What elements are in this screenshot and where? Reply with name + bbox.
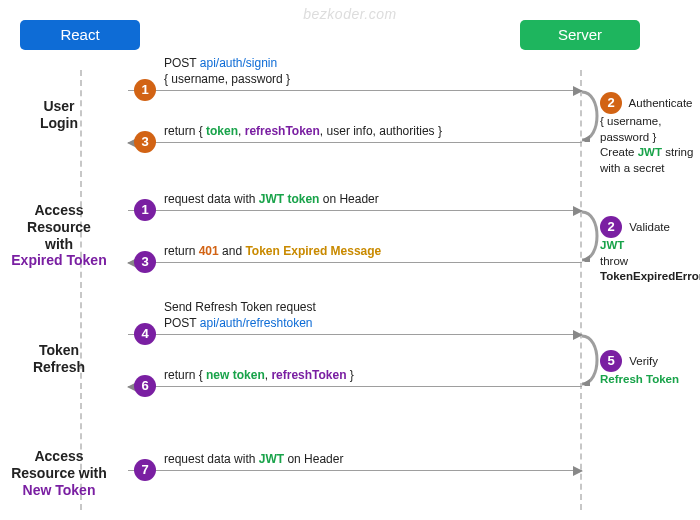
text: User xyxy=(43,98,74,114)
step-bubble: 3 xyxy=(134,251,156,273)
text: request data with xyxy=(164,192,259,206)
text: token xyxy=(206,124,238,138)
msg-signin-request: POST api/auth/signin { username, passwor… xyxy=(128,90,582,91)
text: refreshToken xyxy=(271,368,346,382)
text: Token xyxy=(39,342,79,358)
text: with xyxy=(45,236,73,252)
arrow-right-icon xyxy=(128,334,582,335)
step-bubble: 3 xyxy=(134,131,156,153)
arrow-right-icon xyxy=(128,470,582,471)
text: Resource with xyxy=(11,465,107,481)
text: } xyxy=(347,368,354,382)
section-new-token: Access Resource with New Token xyxy=(0,448,118,498)
msg-401-response: return 401 and Token Expired Message 3 xyxy=(128,262,582,263)
text: return xyxy=(164,244,199,258)
arrow-left-icon xyxy=(128,262,582,263)
msg-refresh-request: Send Refresh Token request POST api/auth… xyxy=(128,334,582,335)
lifeline-server-header: Server xyxy=(520,20,640,50)
text: POST xyxy=(164,56,200,70)
text: return { xyxy=(164,124,206,138)
text: return { xyxy=(164,368,206,382)
text: POST xyxy=(164,316,200,330)
text: JWT xyxy=(638,146,662,158)
text: api/auth/refreshtoken xyxy=(200,316,313,330)
text: Validate xyxy=(629,221,670,233)
step-bubble: 6 xyxy=(134,375,156,397)
text: JWT token xyxy=(259,192,320,206)
text: and xyxy=(219,244,246,258)
msg-label: return 401 and Token Expired Message xyxy=(164,243,381,259)
section-token-refresh: Token Refresh xyxy=(0,342,118,376)
text: throw xyxy=(600,255,628,267)
text: TokenExpiredError xyxy=(600,270,700,282)
text: { username, password } xyxy=(164,72,290,86)
step-bubble: 1 xyxy=(134,79,156,101)
text: JWT xyxy=(600,239,624,251)
msg-label: return { token, refreshToken, user info,… xyxy=(164,123,442,139)
text: Login xyxy=(40,115,78,131)
lifeline-client-header: React xyxy=(20,20,140,50)
text: Expired Token xyxy=(11,252,106,268)
msg-refresh-response: return { new token, refreshToken } 6 xyxy=(128,386,582,387)
text: Token Expired Message xyxy=(245,244,381,258)
text: Send Refresh Token request xyxy=(164,300,316,314)
arrow-right-icon xyxy=(128,210,582,211)
step-bubble: 4 xyxy=(134,323,156,345)
note-validate-jwt: 2 Validate JWT throw TokenExpiredError xyxy=(600,216,695,285)
text: New Token xyxy=(23,482,96,498)
text: refreshToken xyxy=(245,124,320,138)
text: Access xyxy=(34,448,83,464)
text: request data with xyxy=(164,452,259,466)
text: Refresh Token xyxy=(600,373,679,385)
lifeline-client-dash xyxy=(80,70,82,510)
text: JWT xyxy=(259,452,284,466)
msg-request-expired: request data with JWT token on Header 1 xyxy=(128,210,582,211)
lifeline-client: React xyxy=(20,20,140,50)
note-verify-refresh: 5 Verify Refresh Token xyxy=(600,350,695,388)
msg-label: POST api/auth/signin { username, passwor… xyxy=(164,55,290,87)
text: , xyxy=(238,124,245,138)
text: Access xyxy=(34,202,83,218)
step-bubble: 7 xyxy=(134,459,156,481)
text: on Header xyxy=(319,192,378,206)
msg-label: request data with JWT on Header xyxy=(164,451,343,467)
msg-label: request data with JWT token on Header xyxy=(164,191,379,207)
section-user-login: User Login xyxy=(0,98,118,132)
arrow-left-icon xyxy=(128,386,582,387)
text: Refresh xyxy=(33,359,85,375)
step-bubble: 5 xyxy=(600,350,622,372)
text: , user info, authorities } xyxy=(320,124,442,138)
text: Resource xyxy=(27,219,91,235)
note-authenticate: 2 Authenticate { username, password } Cr… xyxy=(600,92,695,176)
lifeline-server: Server xyxy=(520,20,640,50)
arrow-right-icon xyxy=(128,90,582,91)
text: new token xyxy=(206,368,265,382)
msg-label: return { new token, refreshToken } xyxy=(164,367,354,383)
text: 401 xyxy=(199,244,219,258)
text: api/auth/signin xyxy=(200,56,277,70)
arrow-left-icon xyxy=(128,142,582,143)
text: Verify xyxy=(629,355,658,367)
section-expired-token: Access Resource with Expired Token xyxy=(0,202,118,269)
msg-signin-response: return { token, refreshToken, user info,… xyxy=(128,142,582,143)
text: on Header xyxy=(284,452,343,466)
text: Create xyxy=(600,146,638,158)
msg-request-newtoken: request data with JWT on Header 7 xyxy=(128,470,582,471)
step-bubble: 2 xyxy=(600,92,622,114)
msg-label: Send Refresh Token request POST api/auth… xyxy=(164,299,316,331)
step-bubble: 2 xyxy=(600,216,622,238)
step-bubble: 1 xyxy=(134,199,156,221)
sequence-diagram: React Server User Login Access Resource … xyxy=(0,20,700,520)
